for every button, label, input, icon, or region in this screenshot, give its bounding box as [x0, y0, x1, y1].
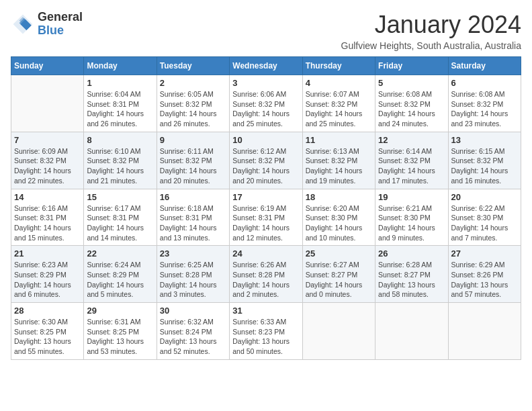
day-info: Sunrise: 6:20 AMSunset: 8:30 PMDaylight:… [306, 203, 372, 243]
sunrise-label: Sunrise: 6:33 AM [232, 318, 286, 326]
sunset-label: Sunset: 8:29 PM [87, 271, 139, 279]
calendar-cell: 3Sunrise: 6:06 AMSunset: 8:32 PMDaylight… [230, 75, 302, 132]
sunrise-label: Sunrise: 6:05 AM [160, 90, 214, 98]
day-number: 15 [87, 192, 153, 202]
sunset-label: Sunset: 8:32 PM [378, 100, 431, 108]
daylight-label: Daylight: 14 hours [87, 224, 144, 232]
daylight-label: Daylight: 14 hours [451, 224, 508, 232]
day-number: 17 [232, 192, 299, 202]
day-number: 24 [232, 248, 299, 259]
daylight-minutes: and 21 minutes. [87, 177, 137, 185]
calendar-cell: 7Sunrise: 6:09 AMSunset: 8:32 PMDaylight… [11, 132, 84, 189]
daylight-minutes: and 25 minutes. [232, 120, 283, 128]
daylight-minutes: and 55 minutes. [14, 347, 64, 355]
day-number: 5 [378, 78, 445, 88]
sunset-label: Sunset: 8:24 PM [160, 328, 212, 336]
daylight-label: Daylight: 13 hours [160, 337, 217, 345]
sunset-label: Sunset: 8:32 PM [160, 156, 212, 165]
sunset-label: Sunset: 8:31 PM [14, 214, 66, 222]
day-info: Sunrise: 6:33 AMSunset: 8:23 PMDaylight:… [232, 317, 299, 357]
calendar-row: 21Sunrise: 6:23 AMSunset: 8:29 PMDayligh… [11, 246, 521, 303]
sunrise-label: Sunrise: 6:10 AM [87, 147, 140, 155]
daylight-label: Daylight: 13 hours [451, 281, 508, 289]
daylight-label: Daylight: 14 hours [306, 224, 363, 232]
daylight-label: Daylight: 14 hours [232, 109, 290, 118]
calendar-cell: 2Sunrise: 6:05 AMSunset: 8:32 PMDaylight… [157, 75, 229, 132]
daylight-minutes: and 17 minutes. [378, 177, 429, 185]
day-info: Sunrise: 6:27 AMSunset: 8:27 PMDaylight:… [306, 260, 372, 300]
daylight-minutes: and 20 minutes. [232, 177, 283, 185]
daylight-minutes: and 53 minutes. [87, 347, 137, 355]
weekday-header: Saturday [448, 57, 521, 75]
sunset-label: Sunset: 8:29 PM [14, 271, 66, 279]
daylight-minutes: and 6 minutes. [14, 290, 60, 298]
day-info: Sunrise: 6:12 AMSunset: 8:32 PMDaylight:… [232, 146, 299, 186]
sunrise-label: Sunrise: 6:27 AM [306, 261, 359, 269]
daylight-label: Daylight: 14 hours [451, 167, 508, 175]
calendar-cell: 20Sunrise: 6:22 AMSunset: 8:30 PMDayligh… [448, 189, 521, 246]
sunset-label: Sunset: 8:32 PM [306, 100, 358, 108]
sunrise-label: Sunrise: 6:28 AM [378, 261, 432, 269]
sunrise-label: Sunrise: 6:04 AM [87, 90, 140, 98]
daylight-label: Daylight: 14 hours [14, 224, 71, 232]
calendar-title: January 2024 [341, 11, 521, 39]
sunset-label: Sunset: 8:27 PM [306, 271, 358, 279]
daylight-label: Daylight: 14 hours [160, 281, 217, 289]
sunset-label: Sunset: 8:26 PM [451, 271, 504, 279]
daylight-minutes: and 26 minutes. [87, 120, 137, 128]
daylight-minutes: and 12 minutes. [232, 234, 283, 242]
sunset-label: Sunset: 8:32 PM [14, 156, 66, 165]
daylight-label: Daylight: 14 hours [87, 167, 144, 175]
calendar-cell: 27Sunrise: 6:29 AMSunset: 8:26 PMDayligh… [448, 246, 521, 303]
day-info: Sunrise: 6:23 AMSunset: 8:29 PMDaylight:… [14, 260, 81, 300]
weekday-header: Sunday [11, 57, 84, 75]
day-info: Sunrise: 6:21 AMSunset: 8:30 PMDaylight:… [378, 203, 445, 243]
sunrise-label: Sunrise: 6:09 AM [14, 147, 68, 155]
sunrise-label: Sunrise: 6:26 AM [232, 261, 286, 269]
daylight-minutes: and 14 minutes. [87, 234, 137, 242]
logo: General Blue [11, 11, 83, 38]
sunrise-label: Sunrise: 6:19 AM [232, 204, 286, 212]
calendar-cell: 14Sunrise: 6:16 AMSunset: 8:31 PMDayligh… [11, 189, 84, 246]
sunset-label: Sunset: 8:32 PM [451, 100, 504, 108]
calendar-cell: 28Sunrise: 6:30 AMSunset: 8:25 PMDayligh… [11, 303, 84, 360]
sunset-label: Sunset: 8:31 PM [87, 100, 139, 108]
day-number: 30 [160, 306, 226, 316]
daylight-minutes: and 57 minutes. [451, 290, 502, 298]
daylight-minutes: and 22 minutes. [14, 177, 64, 185]
page-header: General Blue January 2024 Gulfview Heigh… [11, 11, 521, 51]
sunrise-label: Sunrise: 6:08 AM [451, 90, 505, 98]
daylight-label: Daylight: 14 hours [378, 224, 435, 232]
daylight-label: Daylight: 13 hours [14, 337, 71, 345]
calendar-cell: 5Sunrise: 6:08 AMSunset: 8:32 PMDaylight… [375, 75, 448, 132]
sunset-label: Sunset: 8:32 PM [378, 156, 431, 165]
calendar-cell: 10Sunrise: 6:12 AMSunset: 8:32 PMDayligh… [230, 132, 302, 189]
sunset-label: Sunset: 8:32 PM [306, 156, 358, 165]
calendar-row: 7Sunrise: 6:09 AMSunset: 8:32 PMDaylight… [11, 132, 521, 189]
sunset-label: Sunset: 8:32 PM [232, 100, 285, 108]
day-number: 18 [306, 192, 372, 202]
calendar-cell: 6Sunrise: 6:08 AMSunset: 8:32 PMDaylight… [448, 75, 521, 132]
calendar-row: 1Sunrise: 6:04 AMSunset: 8:31 PMDaylight… [11, 75, 521, 132]
daylight-label: Daylight: 13 hours [378, 281, 435, 289]
calendar-cell: 8Sunrise: 6:10 AMSunset: 8:32 PMDaylight… [84, 132, 157, 189]
daylight-label: Daylight: 14 hours [451, 109, 508, 118]
sunrise-label: Sunrise: 6:32 AM [160, 318, 214, 326]
day-number: 10 [232, 135, 299, 145]
day-number: 25 [306, 248, 372, 259]
daylight-label: Daylight: 14 hours [306, 109, 363, 118]
daylight-minutes: and 50 minutes. [232, 347, 283, 355]
daylight-label: Daylight: 14 hours [14, 281, 71, 289]
daylight-minutes: and 52 minutes. [160, 347, 210, 355]
calendar-cell: 16Sunrise: 6:18 AMSunset: 8:31 PMDayligh… [157, 189, 229, 246]
daylight-label: Daylight: 13 hours [87, 337, 144, 345]
sunrise-label: Sunrise: 6:18 AM [160, 204, 214, 212]
sunset-label: Sunset: 8:32 PM [87, 156, 139, 165]
day-number: 11 [306, 135, 372, 145]
daylight-minutes: and 13 minutes. [160, 234, 210, 242]
calendar-row: 28Sunrise: 6:30 AMSunset: 8:25 PMDayligh… [11, 303, 521, 360]
sunrise-label: Sunrise: 6:11 AM [160, 147, 214, 155]
day-number: 23 [160, 248, 226, 259]
day-number: 31 [232, 306, 299, 316]
calendar-cell [11, 75, 84, 132]
